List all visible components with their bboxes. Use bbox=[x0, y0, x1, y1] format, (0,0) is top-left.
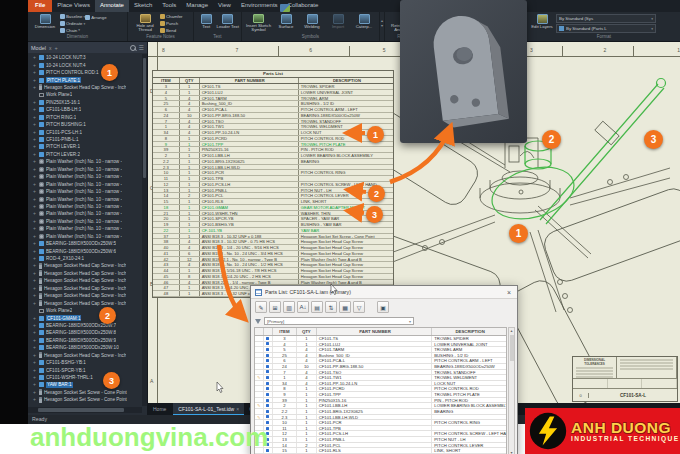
dialog-toolbar-icon[interactable]: A↓ bbox=[297, 301, 309, 313]
tab-close-icon[interactable]: × bbox=[236, 406, 239, 412]
expander-icon[interactable] bbox=[33, 181, 37, 188]
tree-item[interactable]: CF101-LBB-LH:1 bbox=[28, 106, 142, 113]
tree-item[interactable]: PITCH BUSHING:1 bbox=[28, 121, 142, 128]
expander-icon[interactable] bbox=[33, 240, 37, 247]
expander-icon[interactable] bbox=[33, 315, 37, 322]
tree-item[interactable]: CF101-PCS-LH:1 bbox=[28, 128, 142, 135]
feature-note-button[interactable]: Chamfer bbox=[160, 14, 182, 20]
tree-item[interactable]: PITCH LEVER:1 bbox=[28, 143, 142, 150]
tree-item[interactable]: Hexagon Socket Head Cap Screw - Inch bbox=[28, 270, 142, 277]
expander-icon[interactable] bbox=[33, 99, 37, 106]
tree-item[interactable]: PIN250X15-16:1 bbox=[28, 99, 142, 106]
expander-icon[interactable] bbox=[33, 143, 37, 150]
dialog-toolbar-icon[interactable]: ▤ bbox=[311, 301, 323, 313]
tree-item[interactable]: 10-24 LOCK NUT:4 bbox=[28, 61, 142, 68]
filter-icon[interactable] bbox=[255, 319, 261, 324]
tree-item[interactable]: CF101-GMAM:1 bbox=[28, 314, 142, 321]
tree-item[interactable]: Plain Washer (Inch) No. 10 - narrow - bbox=[28, 158, 142, 165]
tree-item[interactable]: Work Plane1 bbox=[28, 91, 142, 98]
expander-icon[interactable] bbox=[33, 262, 37, 269]
tree-item[interactable]: BEARING-188IDX500ODx250W:8 bbox=[28, 329, 142, 336]
expander-icon[interactable] bbox=[33, 255, 37, 262]
tree-item[interactable]: Plain Washer (Inch) No. 10 - narrow - bbox=[28, 218, 142, 225]
expander-icon[interactable] bbox=[33, 225, 37, 232]
expander-icon[interactable] bbox=[33, 329, 37, 336]
tree-horizontal-scrollbar[interactable] bbox=[28, 407, 142, 413]
browser-add-tab-icon[interactable]: + bbox=[54, 45, 57, 51]
expander-icon[interactable] bbox=[33, 210, 37, 217]
dialog-close-icon[interactable]: × bbox=[505, 289, 513, 296]
expander-icon[interactable] bbox=[33, 196, 37, 203]
tree-item[interactable]: Plain Washer (Inch) No. 10 - narrow - bbox=[28, 210, 142, 217]
tree-item[interactable]: CF101-SPCR-YB:1 bbox=[28, 366, 142, 373]
tree-item[interactable]: CF101-WSHR-THRL:1 bbox=[28, 374, 142, 381]
ribbon-tab[interactable]: Tools bbox=[157, 0, 181, 12]
tree-item[interactable]: BEARING-188IDX500ODx250W:7 bbox=[28, 322, 142, 329]
expander-icon[interactable] bbox=[33, 344, 37, 351]
tree-item[interactable]: PITCH PLATE:1 bbox=[28, 76, 142, 83]
dimension-style-dropdown[interactable]: By Standard (Sys▾ bbox=[556, 14, 656, 23]
expander-icon[interactable] bbox=[33, 151, 37, 158]
expander-icon[interactable] bbox=[33, 218, 37, 225]
tree-item[interactable]: Hexagon Socket Set Screw - Cone Point bbox=[28, 389, 142, 396]
browser-tab-model[interactable]: Model bbox=[31, 45, 46, 51]
tree-item[interactable]: Hexagon Socket Head Cap Screw - Inch bbox=[28, 285, 142, 292]
expander-icon[interactable] bbox=[33, 359, 37, 366]
leader-text-button[interactable]: Leader Text bbox=[217, 13, 239, 33]
tree-item[interactable]: Plain Washer (Inch) No. 10 - narrow - bbox=[28, 173, 142, 180]
symbol-button[interactable]: Surface bbox=[273, 13, 299, 33]
tree-item[interactable]: Plain Washer (Inch) No. 10 - narrow - bbox=[28, 195, 142, 202]
expander-icon[interactable] bbox=[33, 389, 37, 396]
expander-icon[interactable] bbox=[33, 285, 37, 292]
ribbon-tab[interactable]: Environments bbox=[236, 0, 283, 12]
expander-icon[interactable] bbox=[33, 136, 37, 143]
tree-item[interactable]: Plain Washer (Inch) No. 10 - narrow - bbox=[28, 188, 142, 195]
expander-icon[interactable] bbox=[33, 62, 37, 69]
expander-icon[interactable] bbox=[33, 248, 37, 255]
expander-icon[interactable] bbox=[33, 188, 37, 195]
tree-item[interactable]: CF101-PNB-L:1 bbox=[28, 136, 142, 143]
tree-item[interactable]: Hexagon Socket Set Screw - Cone Point bbox=[28, 396, 142, 403]
dialog-table-row[interactable]: 15 1 CF101-RLS LINK, SHORT bbox=[255, 448, 506, 454]
expander-icon[interactable] bbox=[33, 270, 37, 277]
ribbon-tab[interactable]: Place Views bbox=[52, 0, 95, 12]
feature-note-button[interactable]: Punch bbox=[160, 21, 182, 27]
expander-icon[interactable] bbox=[33, 114, 37, 121]
expander-icon[interactable] bbox=[33, 203, 37, 210]
dialog-toolbar-icon[interactable]: ▣ bbox=[377, 301, 389, 313]
tree-vertical-scrollbar[interactable] bbox=[142, 54, 147, 406]
tree-item[interactable]: Hexagon Socket Head Cap Screw - Inch bbox=[28, 84, 142, 91]
tree-item[interactable]: BEARING-188IDX500ODx250W:9 bbox=[28, 337, 142, 344]
expander-icon[interactable] bbox=[33, 337, 37, 344]
tree-item[interactable]: Hexagon Socket Head Cap Screw - Inch bbox=[28, 299, 142, 306]
symbol-button[interactable]: Welding bbox=[299, 13, 325, 33]
arrange-button[interactable]: Arrange bbox=[85, 14, 106, 20]
insert-sketch-symbol-button[interactable]: Insert Sketch Symbol bbox=[244, 13, 273, 33]
document-tab[interactable]: CF101-SA-L-01_Test.idw× bbox=[173, 403, 244, 415]
tree-item[interactable]: PITCH LEVER:2 bbox=[28, 151, 142, 158]
dialog-toolbar-icon[interactable]: ✎ bbox=[255, 301, 267, 313]
scroll-down-icon[interactable]: ▾ bbox=[509, 450, 514, 454]
tree-item[interactable]: BEARING-188IDX500ODx250W:6 bbox=[28, 247, 142, 254]
parts-list-table[interactable]: Parts List ITEM QTY PART NUMBER DESCRIPT… bbox=[152, 70, 394, 298]
tree-item[interactable]: PITCH RING:1 bbox=[28, 114, 142, 121]
dimension-button[interactable]: Dimension bbox=[30, 13, 60, 33]
expander-icon[interactable] bbox=[33, 69, 37, 76]
tree-item[interactable]: YAW BAR:1 bbox=[28, 381, 142, 388]
expander-icon[interactable] bbox=[33, 381, 37, 388]
ribbon-tab[interactable]: View bbox=[213, 0, 236, 12]
tree-item[interactable]: CF101-BSHG-YB:1 bbox=[28, 359, 142, 366]
expander-icon[interactable] bbox=[33, 352, 37, 359]
tree-item[interactable]: Hexagon Socket Head Cap Screw - Inch bbox=[28, 262, 142, 269]
expander-icon[interactable] bbox=[33, 277, 37, 284]
tree-item[interactable]: Hexagon Socket Head Cap Screw - Inch bbox=[28, 277, 142, 284]
expander-icon[interactable] bbox=[33, 54, 37, 61]
ribbon-tab[interactable]: Sketch bbox=[129, 0, 157, 12]
ribbon-tab[interactable]: File bbox=[28, 0, 52, 12]
dialog-toolbar-icon[interactable]: ▦ bbox=[339, 301, 351, 313]
browser-menu-icon[interactable]: ☰ bbox=[139, 44, 144, 51]
layer-style-dropdown[interactable]: By Standard (Parts L▾ bbox=[556, 24, 656, 33]
bom-view-dropdown[interactable]: [Primary]▾ bbox=[264, 317, 414, 325]
text-button[interactable]: Text bbox=[196, 13, 217, 33]
expander-icon[interactable] bbox=[33, 166, 37, 173]
